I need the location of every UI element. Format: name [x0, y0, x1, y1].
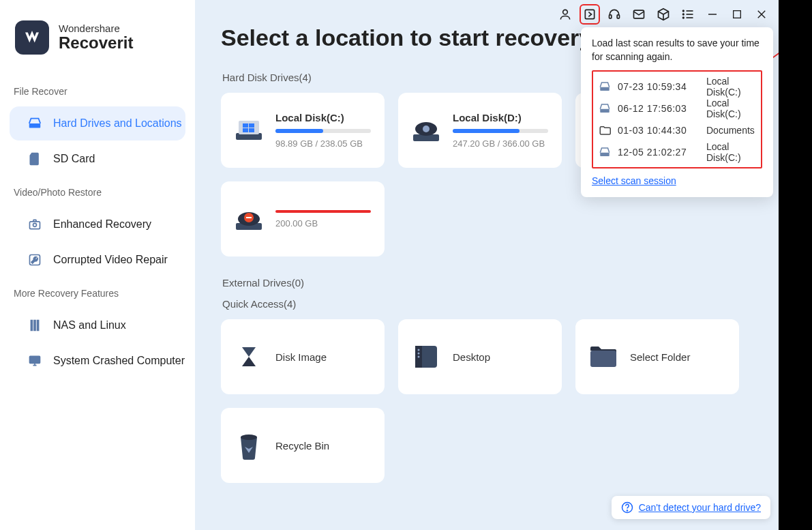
drive-icon: [599, 80, 611, 93]
svg-rect-44: [590, 351, 616, 367]
svg-point-17: [33, 223, 37, 226]
logo-icon: [15, 20, 49, 55]
drive-card[interactable]: 200.00 GB: [221, 181, 385, 256]
sidebar-item-nas-and-linux[interactable]: NAS and Linux: [10, 308, 185, 342]
desktop-icon: [410, 343, 442, 370]
svg-rect-3: [617, 15, 619, 18]
sidebar-item-enhanced-recovery[interactable]: Enhanced Recovery: [10, 207, 185, 241]
drive-icon: [27, 116, 42, 131]
svg-rect-2: [610, 15, 612, 18]
help-link[interactable]: Can't detect your hard drive?: [639, 502, 761, 513]
brand-top: Wondershare: [59, 23, 133, 35]
sdcard-icon: [27, 151, 42, 166]
svg-rect-22: [30, 356, 40, 363]
svg-rect-26: [249, 123, 254, 128]
scan-location: Local Disk(C:): [706, 98, 755, 119]
maximize-icon[interactable]: [728, 5, 746, 23]
svg-rect-25: [243, 123, 248, 128]
account-icon[interactable]: [556, 5, 574, 23]
drive-name: Local Disk(D:): [453, 112, 550, 123]
sidebar-item-system-crashed-computer[interactable]: System Crashed Computer: [10, 344, 185, 378]
svg-rect-47: [600, 109, 610, 113]
quick-access-card[interactable]: Desktop: [398, 319, 562, 394]
popup-title: Load last scan results to save your time…: [592, 37, 762, 63]
sidebar-item-label: Hard Drives and Locations: [53, 117, 182, 130]
sidebar-item-corrupted-video-repair[interactable]: Corrupted Video Repair: [10, 243, 185, 277]
scan-time: 12-05 21:02:27: [618, 147, 700, 158]
ext-section-head: External Drives(0): [222, 277, 753, 289]
drive-icon: [410, 117, 442, 144]
drive-size: 247.20 GB / 366.00 GB: [453, 138, 550, 149]
quick-access-label: Select Folder: [630, 351, 727, 363]
wrench-icon: [27, 252, 42, 267]
nav-section-label: Video/Photo Restore: [0, 177, 195, 206]
scan-session-row[interactable]: 07-23 10:59:34Local Disk(C:): [596, 76, 758, 98]
scan-session-row[interactable]: 12-05 21:02:27Local Disk(C:): [596, 141, 758, 163]
support-headset-icon[interactable]: [605, 5, 623, 23]
svg-rect-21: [37, 320, 40, 332]
svg-point-10: [683, 17, 685, 18]
svg-point-43: [418, 356, 420, 358]
quick-access-card[interactable]: Disk Image: [221, 319, 385, 394]
svg-rect-27: [243, 128, 248, 132]
quick-access-card[interactable]: Recycle Bin: [221, 408, 385, 483]
cube-icon[interactable]: [655, 5, 672, 23]
quick-access-label: Disk Image: [275, 351, 372, 363]
svg-rect-16: [30, 222, 40, 229]
drive-icon: [599, 146, 611, 158]
usage-bar: [453, 129, 548, 133]
scan-session-row[interactable]: 06-12 17:56:03Local Disk(C:): [596, 98, 758, 119]
drive-icon: [599, 102, 611, 115]
scan-time: 07-23 10:59:34: [618, 81, 700, 92]
app-logo: Wondershare Recoverit: [0, 20, 195, 55]
camera-icon: [27, 217, 42, 232]
svg-point-51: [627, 510, 627, 511]
help-pill[interactable]: Can't detect your hard drive?: [612, 496, 770, 519]
svg-point-9: [683, 14, 685, 15]
window-titlebar: [556, 5, 770, 23]
monitor-icon: [27, 353, 42, 368]
qa-section-head: Quick Access(4): [222, 298, 753, 310]
sidebar-item-label: System Crashed Computer: [53, 355, 185, 367]
svg-rect-38: [246, 217, 252, 218]
svg-rect-46: [600, 87, 610, 91]
sidebar-item-label: NAS and Linux: [53, 319, 126, 332]
svg-point-41: [418, 349, 420, 351]
diskimage-icon: [233, 343, 265, 370]
folder-icon: [588, 343, 619, 370]
server-icon: [27, 318, 42, 333]
sidebar-item-sd-card[interactable]: SD Card: [10, 142, 185, 176]
minimize-icon[interactable]: [704, 5, 721, 23]
quick-access-label: Recycle Bin: [275, 440, 372, 452]
drive-name: Local Disk(C:): [275, 112, 372, 123]
nav-section-label: More Recovery Features: [0, 278, 195, 307]
svg-point-8: [683, 10, 685, 12]
qa-card-grid: Disk ImageDesktopSelect FolderRecycle Bi…: [221, 319, 753, 483]
lost-partition-bar: [275, 210, 371, 213]
sidebar-item-label: Enhanced Recovery: [53, 218, 151, 231]
scan-session-row[interactable]: 01-03 10:44:30Documents: [596, 119, 758, 141]
select-scan-session-link[interactable]: Select scan session: [592, 175, 676, 186]
folder-icon: [599, 124, 611, 136]
svg-rect-20: [33, 320, 36, 332]
scan-location: Documents: [706, 125, 755, 136]
sidebar-item-label: SD Card: [53, 153, 95, 165]
svg-rect-12: [734, 11, 741, 18]
help-icon: [621, 501, 633, 514]
usage-bar: [275, 129, 371, 133]
sidebar-item-hard-drives-and-locations[interactable]: Hard Drives and Locations: [10, 106, 185, 141]
svg-rect-19: [31, 320, 33, 332]
sidebar: Wondershare Recoverit File RecoverHard D…: [0, 0, 195, 530]
close-icon[interactable]: [753, 5, 770, 23]
svg-point-0: [563, 10, 568, 14]
bin-icon: [233, 432, 265, 459]
drive-card[interactable]: Local Disk(C:)98.89 GB / 238.05 GB: [221, 93, 385, 168]
quick-access-card[interactable]: Select Folder: [575, 319, 739, 394]
drive-card[interactable]: Local Disk(D:)247.20 GB / 366.00 GB: [398, 93, 562, 168]
mail-icon[interactable]: [630, 5, 648, 23]
page-title-text: Select a location to start recovery: [221, 25, 592, 51]
load-scan-results-icon[interactable]: [581, 5, 599, 23]
drive-size: 98.89 GB / 238.05 GB: [275, 138, 372, 149]
list-icon[interactable]: [679, 5, 697, 23]
svg-point-45: [241, 435, 257, 440]
